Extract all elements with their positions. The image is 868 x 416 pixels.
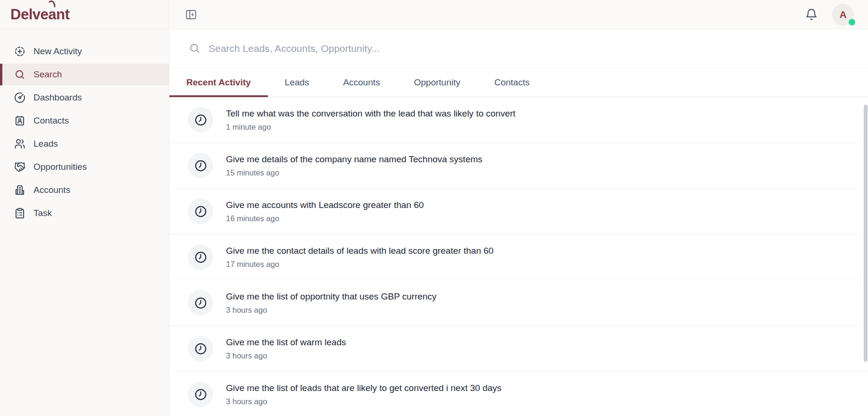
activity-title: Give me the list of warm leads bbox=[226, 337, 346, 348]
tab-accounts[interactable]: Accounts bbox=[326, 68, 397, 97]
activity-row-text: Give me the contact details of leads wit… bbox=[226, 246, 493, 269]
activity-row-text: Tell me what was the conversation with t… bbox=[226, 108, 516, 132]
clock-icon bbox=[188, 107, 213, 133]
search-bar bbox=[169, 29, 868, 68]
panel-collapse-icon bbox=[185, 8, 197, 21]
online-status-dot bbox=[849, 19, 855, 25]
sidebar-item-label: Contacts bbox=[33, 116, 69, 126]
clock-icon bbox=[188, 199, 213, 224]
building-icon bbox=[14, 184, 25, 196]
activity-timestamp: 3 hours ago bbox=[226, 397, 501, 406]
handshake-icon bbox=[14, 161, 25, 173]
activity-timestamp: 3 hours ago bbox=[226, 351, 346, 360]
recent-activity-list: Tell me what was the conversation with t… bbox=[169, 97, 868, 416]
activity-row[interactable]: Give me the list of warm leads 3 hours a… bbox=[169, 326, 868, 372]
tab-recent-activity[interactable]: Recent Activity bbox=[169, 68, 268, 97]
sidebar-item-search[interactable]: Search bbox=[0, 64, 169, 85]
sidebar-item-dashboards[interactable]: Dashboards bbox=[0, 87, 169, 108]
activity-row[interactable]: Tell me what was the conversation with t… bbox=[169, 97, 868, 143]
activity-row-text: Give me the list of warm leads 3 hours a… bbox=[226, 337, 346, 360]
contact-card-icon bbox=[14, 115, 25, 126]
sidebar-item-label: Opportunities bbox=[33, 162, 87, 172]
activity-timestamp: 1 minute ago bbox=[226, 123, 516, 132]
sidebar-item-opportunities[interactable]: Opportunities bbox=[0, 156, 169, 178]
circle-dashed-plus-icon bbox=[14, 46, 25, 57]
activity-timestamp: 17 minutes ago bbox=[226, 260, 493, 269]
activity-row-text: Give me details of the company name name… bbox=[226, 154, 483, 177]
clock-icon bbox=[188, 382, 213, 407]
sidebar-item-contacts[interactable]: Contacts bbox=[0, 110, 169, 132]
user-avatar[interactable]: A bbox=[832, 4, 854, 25]
tabs: Recent Activity Leads Accounts Opportuni… bbox=[169, 68, 868, 97]
tab-opportunity[interactable]: Opportunity bbox=[397, 68, 477, 97]
search-input[interactable] bbox=[209, 43, 633, 54]
activity-title: Give me the contact details of leads wit… bbox=[226, 246, 493, 256]
activity-row[interactable]: Give me accounts with Leadscore greater … bbox=[169, 189, 868, 234]
activity-timestamp: 16 minutes ago bbox=[226, 214, 424, 223]
clock-icon bbox=[188, 153, 213, 178]
activity-row-text: Give me accounts with Leadscore greater … bbox=[226, 200, 424, 223]
sidebar-collapse-button[interactable] bbox=[185, 8, 197, 21]
sidebar-item-label: Task bbox=[33, 208, 52, 218]
notifications-button[interactable] bbox=[805, 8, 818, 21]
tab-leads[interactable]: Leads bbox=[268, 68, 326, 97]
tab-contacts[interactable]: Contacts bbox=[477, 68, 547, 97]
activity-title: Tell me what was the conversation with t… bbox=[226, 108, 516, 119]
sidebar-item-label: Leads bbox=[33, 139, 58, 149]
activity-timestamp: 3 hours ago bbox=[226, 306, 436, 315]
clipboard-list-icon bbox=[14, 208, 25, 219]
activity-timestamp: 15 minutes ago bbox=[226, 168, 483, 177]
search-icon bbox=[189, 42, 200, 54]
clock-icon bbox=[188, 336, 213, 361]
sidebar-item-leads[interactable]: Leads bbox=[0, 133, 169, 155]
activity-row[interactable]: Give me the contact details of leads wit… bbox=[169, 234, 868, 280]
logo-antenna-icon bbox=[49, 0, 57, 8]
search-icon bbox=[14, 69, 25, 80]
activity-row-text: Give me the list of opportnity that uses… bbox=[226, 291, 436, 315]
activity-row[interactable]: Give me the list of opportnity that uses… bbox=[169, 280, 868, 326]
sidebar-item-task[interactable]: Task bbox=[0, 202, 169, 224]
activity-row[interactable]: Give me details of the company name name… bbox=[169, 143, 868, 189]
logo-row: Delveant bbox=[0, 0, 169, 29]
topbar-right: A bbox=[805, 4, 854, 25]
clock-icon bbox=[188, 244, 213, 270]
app-window: Delveant New Activity Search Dashboards … bbox=[0, 0, 868, 416]
sidebar-item-label: New Activity bbox=[33, 46, 82, 57]
bell-icon bbox=[805, 8, 818, 21]
gauge-icon bbox=[14, 92, 25, 103]
activity-title: Give me the list of leads that are likel… bbox=[226, 383, 501, 393]
sidebar-item-label: Dashboards bbox=[33, 92, 82, 103]
sidebar-item-label: Search bbox=[33, 69, 62, 80]
main-area: A Recent Activity Leads Accounts Opportu… bbox=[169, 0, 868, 416]
activity-title: Give me accounts with Leadscore greater … bbox=[226, 200, 424, 210]
sidebar-item-new-activity[interactable]: New Activity bbox=[0, 41, 169, 62]
sidebar-nav: New Activity Search Dashboards Contacts … bbox=[0, 29, 169, 225]
brand-logo: Delveant bbox=[10, 6, 69, 23]
scrollbar-thumb[interactable] bbox=[864, 105, 868, 362]
sidebar-item-accounts[interactable]: Accounts bbox=[0, 179, 169, 201]
sidebar-item-label: Accounts bbox=[33, 185, 70, 195]
users-icon bbox=[14, 138, 25, 150]
activity-title: Give me details of the company name name… bbox=[226, 154, 483, 165]
topbar: A bbox=[169, 0, 868, 29]
activity-title: Give me the list of opportnity that uses… bbox=[226, 291, 436, 302]
sidebar: Delveant New Activity Search Dashboards … bbox=[0, 0, 169, 416]
clock-icon bbox=[188, 290, 213, 316]
activity-row-text: Give me the list of leads that are likel… bbox=[226, 383, 501, 406]
avatar-letter: A bbox=[839, 9, 846, 20]
activity-row[interactable]: Give me the list of leads that are likel… bbox=[169, 372, 868, 416]
